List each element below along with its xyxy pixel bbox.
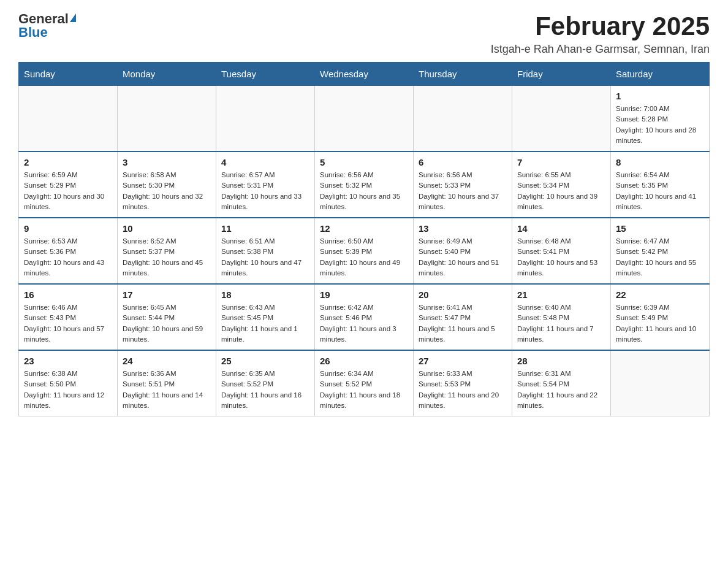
table-row: 15Sunrise: 6:47 AMSunset: 5:42 PMDayligh…	[611, 218, 710, 284]
day-info: Sunrise: 6:45 AMSunset: 5:44 PMDaylight:…	[123, 302, 211, 345]
table-row: 18Sunrise: 6:43 AMSunset: 5:45 PMDayligh…	[216, 284, 315, 350]
day-info: Sunrise: 6:46 AMSunset: 5:43 PMDaylight:…	[24, 302, 112, 345]
day-info: Sunrise: 6:59 AMSunset: 5:29 PMDaylight:…	[24, 170, 112, 212]
table-row: 11Sunrise: 6:51 AMSunset: 5:38 PMDayligh…	[216, 218, 315, 284]
header-sunday: Sunday	[19, 63, 118, 86]
table-row	[216, 86, 315, 152]
location-subtitle: Istgah-e Rah Ahan-e Garmsar, Semnan, Ira…	[491, 43, 710, 56]
table-row: 21Sunrise: 6:40 AMSunset: 5:48 PMDayligh…	[512, 284, 611, 350]
day-number: 3	[123, 157, 211, 167]
header-monday: Monday	[118, 63, 216, 86]
day-number: 1	[616, 91, 704, 101]
day-info: Sunrise: 6:34 AMSunset: 5:52 PMDaylight:…	[320, 369, 408, 411]
logo-triangle-icon	[70, 13, 76, 22]
table-row	[512, 86, 611, 152]
header-wednesday: Wednesday	[315, 63, 414, 86]
day-number: 7	[517, 157, 605, 167]
logo: General Blue	[18, 12, 76, 39]
table-row	[315, 86, 414, 152]
day-info: Sunrise: 6:54 AMSunset: 5:35 PMDaylight:…	[616, 170, 704, 212]
day-info: Sunrise: 6:43 AMSunset: 5:45 PMDaylight:…	[221, 302, 309, 345]
table-row: 3Sunrise: 6:58 AMSunset: 5:30 PMDaylight…	[118, 151, 216, 218]
calendar-week-row: 2Sunrise: 6:59 AMSunset: 5:29 PMDaylight…	[19, 151, 710, 218]
day-number: 17	[123, 289, 211, 300]
day-info: Sunrise: 6:35 AMSunset: 5:52 PMDaylight:…	[221, 369, 309, 411]
table-row: 12Sunrise: 6:50 AMSunset: 5:39 PMDayligh…	[315, 218, 414, 284]
header-saturday: Saturday	[611, 63, 710, 86]
day-number: 22	[616, 289, 704, 300]
day-number: 18	[221, 289, 309, 300]
day-info: Sunrise: 6:56 AMSunset: 5:32 PMDaylight:…	[320, 170, 408, 212]
table-row: 8Sunrise: 6:54 AMSunset: 5:35 PMDaylight…	[611, 151, 710, 218]
table-row: 22Sunrise: 6:39 AMSunset: 5:49 PMDayligh…	[611, 284, 710, 350]
table-row: 5Sunrise: 6:56 AMSunset: 5:32 PMDaylight…	[315, 151, 414, 218]
day-number: 12	[320, 223, 408, 234]
table-row: 6Sunrise: 6:56 AMSunset: 5:33 PMDaylight…	[414, 151, 512, 218]
table-row: 13Sunrise: 6:49 AMSunset: 5:40 PMDayligh…	[414, 218, 512, 284]
day-info: Sunrise: 6:40 AMSunset: 5:48 PMDaylight:…	[517, 302, 605, 345]
day-number: 20	[419, 289, 507, 300]
day-info: Sunrise: 6:36 AMSunset: 5:51 PMDaylight:…	[123, 369, 211, 411]
day-number: 6	[419, 157, 507, 167]
logo-blue: Blue	[18, 26, 48, 39]
day-info: Sunrise: 7:00 AMSunset: 5:28 PMDaylight:…	[616, 104, 704, 146]
day-info: Sunrise: 6:57 AMSunset: 5:31 PMDaylight:…	[221, 170, 309, 212]
day-info: Sunrise: 6:47 AMSunset: 5:42 PMDaylight:…	[616, 236, 704, 278]
day-info: Sunrise: 6:39 AMSunset: 5:49 PMDaylight:…	[616, 302, 704, 345]
header-friday: Friday	[512, 63, 611, 86]
table-row: 4Sunrise: 6:57 AMSunset: 5:31 PMDaylight…	[216, 151, 315, 218]
month-title: February 2025	[491, 12, 710, 40]
day-number: 28	[517, 356, 605, 366]
table-row	[611, 350, 710, 416]
day-info: Sunrise: 6:53 AMSunset: 5:36 PMDaylight:…	[24, 236, 112, 278]
day-number: 8	[616, 157, 704, 167]
day-info: Sunrise: 6:42 AMSunset: 5:46 PMDaylight:…	[320, 302, 408, 345]
day-number: 2	[24, 157, 112, 167]
table-row: 7Sunrise: 6:55 AMSunset: 5:34 PMDaylight…	[512, 151, 611, 218]
day-info: Sunrise: 6:55 AMSunset: 5:34 PMDaylight:…	[517, 170, 605, 212]
day-number: 10	[123, 223, 211, 234]
day-number: 27	[419, 356, 507, 366]
day-info: Sunrise: 6:48 AMSunset: 5:41 PMDaylight:…	[517, 236, 605, 278]
table-row: 17Sunrise: 6:45 AMSunset: 5:44 PMDayligh…	[118, 284, 216, 350]
day-number: 26	[320, 356, 408, 366]
calendar-week-row: 9Sunrise: 6:53 AMSunset: 5:36 PMDaylight…	[19, 218, 710, 284]
day-info: Sunrise: 6:52 AMSunset: 5:37 PMDaylight:…	[123, 236, 211, 278]
table-row: 16Sunrise: 6:46 AMSunset: 5:43 PMDayligh…	[19, 284, 118, 350]
day-info: Sunrise: 6:49 AMSunset: 5:40 PMDaylight:…	[419, 236, 507, 278]
day-number: 25	[221, 356, 309, 366]
day-number: 15	[616, 223, 704, 234]
table-row: 9Sunrise: 6:53 AMSunset: 5:36 PMDaylight…	[19, 218, 118, 284]
day-info: Sunrise: 6:56 AMSunset: 5:33 PMDaylight:…	[419, 170, 507, 212]
calendar-week-row: 1Sunrise: 7:00 AMSunset: 5:28 PMDaylight…	[19, 86, 710, 152]
table-row	[19, 86, 118, 152]
table-row: 1Sunrise: 7:00 AMSunset: 5:28 PMDaylight…	[611, 86, 710, 152]
header-tuesday: Tuesday	[216, 63, 315, 86]
day-info: Sunrise: 6:38 AMSunset: 5:50 PMDaylight:…	[24, 369, 112, 411]
table-row: 10Sunrise: 6:52 AMSunset: 5:37 PMDayligh…	[118, 218, 216, 284]
page-header: General Blue February 2025 Istgah-e Rah …	[18, 12, 710, 56]
table-row: 24Sunrise: 6:36 AMSunset: 5:51 PMDayligh…	[118, 350, 216, 416]
day-number: 9	[24, 223, 112, 234]
calendar-table: Sunday Monday Tuesday Wednesday Thursday…	[18, 62, 710, 416]
table-row: 2Sunrise: 6:59 AMSunset: 5:29 PMDaylight…	[19, 151, 118, 218]
calendar-week-row: 23Sunrise: 6:38 AMSunset: 5:50 PMDayligh…	[19, 350, 710, 416]
day-number: 19	[320, 289, 408, 300]
table-row: 25Sunrise: 6:35 AMSunset: 5:52 PMDayligh…	[216, 350, 315, 416]
day-info: Sunrise: 6:33 AMSunset: 5:53 PMDaylight:…	[419, 369, 507, 411]
day-info: Sunrise: 6:41 AMSunset: 5:47 PMDaylight:…	[419, 302, 507, 345]
table-row: 20Sunrise: 6:41 AMSunset: 5:47 PMDayligh…	[414, 284, 512, 350]
logo-general: General	[18, 12, 69, 26]
day-number: 23	[24, 356, 112, 366]
header-thursday: Thursday	[414, 63, 512, 86]
table-row: 23Sunrise: 6:38 AMSunset: 5:50 PMDayligh…	[19, 350, 118, 416]
day-number: 14	[517, 223, 605, 234]
table-row: 28Sunrise: 6:31 AMSunset: 5:54 PMDayligh…	[512, 350, 611, 416]
calendar-header-row: Sunday Monday Tuesday Wednesday Thursday…	[19, 63, 710, 86]
day-number: 5	[320, 157, 408, 167]
title-section: February 2025 Istgah-e Rah Ahan-e Garmsa…	[491, 12, 710, 56]
day-number: 4	[221, 157, 309, 167]
table-row: 27Sunrise: 6:33 AMSunset: 5:53 PMDayligh…	[414, 350, 512, 416]
table-row: 26Sunrise: 6:34 AMSunset: 5:52 PMDayligh…	[315, 350, 414, 416]
day-info: Sunrise: 6:31 AMSunset: 5:54 PMDaylight:…	[517, 369, 605, 411]
